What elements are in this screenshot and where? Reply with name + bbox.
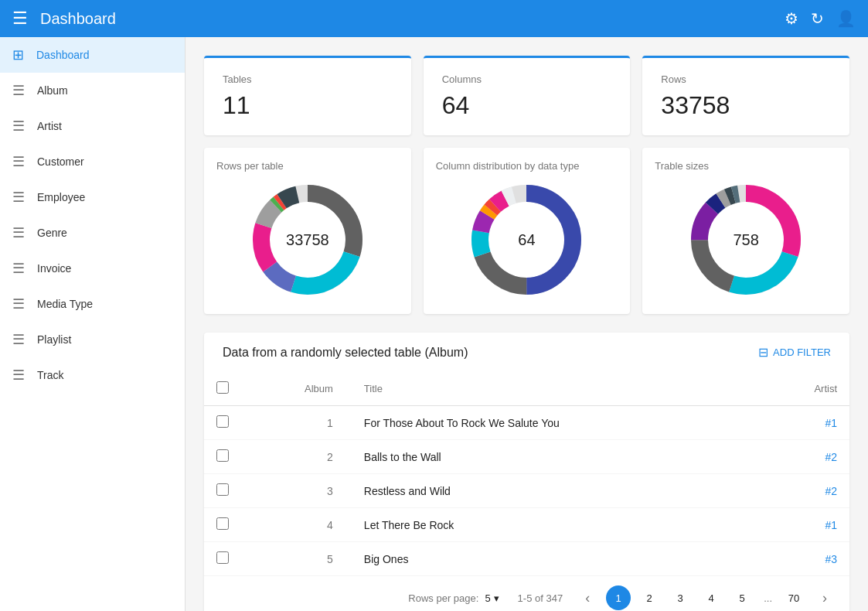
- settings-icon[interactable]: ⚙: [785, 9, 798, 28]
- table-header: Data from a randomly selected table (Alb…: [204, 333, 849, 372]
- sidebar-item-invoice[interactable]: ☰ Invoice: [0, 251, 185, 286]
- row-title-5: Big Ones: [352, 542, 761, 576]
- genre-icon: ☰: [12, 224, 25, 241]
- row-artist-2[interactable]: #2: [761, 440, 849, 474]
- pagination-info: 1-5 of 347: [518, 592, 563, 604]
- sidebar-item-genre[interactable]: ☰ Genre: [0, 215, 185, 251]
- table-section: Data from a randomly selected table (Alb…: [204, 333, 849, 611]
- employee-icon: ☰: [12, 189, 25, 206]
- pagination: Rows per page: 5 ▾ 1-5 of 347 ‹ 1 2 3 4 …: [204, 576, 849, 611]
- charts-row: Rows per table: [204, 148, 849, 314]
- row-checkbox-cell: [204, 474, 241, 508]
- row-checkbox-cell: [204, 406, 241, 440]
- page-button-4[interactable]: 4: [699, 585, 723, 610]
- menu-icon[interactable]: ☰: [12, 9, 28, 29]
- filter-icon: ⊟: [758, 345, 768, 360]
- row-title-3: Restless and Wild: [352, 474, 761, 508]
- add-filter-button[interactable]: ⊟ ADD FILTER: [758, 345, 831, 360]
- sidebar-item-label: Artist: [37, 120, 62, 132]
- page-button-1[interactable]: 1: [606, 585, 631, 610]
- page-button-5[interactable]: 5: [730, 585, 754, 610]
- row-artist-3[interactable]: #2: [761, 474, 849, 508]
- row-artist-4[interactable]: #1: [761, 508, 849, 542]
- chevron-down-icon: ▾: [494, 592, 499, 604]
- stat-value-columns: 64: [442, 91, 612, 120]
- track-icon: ☰: [12, 367, 25, 384]
- donut-label-2: 64: [518, 231, 535, 249]
- row-album-2: 2: [241, 440, 352, 474]
- stat-card-rows: Rows 33758: [642, 56, 849, 135]
- row-album-1: 1: [241, 406, 352, 440]
- sidebar-item-label: Genre: [37, 227, 67, 239]
- rows-per-page-select[interactable]: 5 ▾: [485, 592, 499, 604]
- table-row: 2 Balls to the Wall #2: [204, 440, 849, 474]
- customer-icon: ☰: [12, 153, 25, 170]
- row-checkbox-5[interactable]: [216, 551, 229, 564]
- stats-row: Tables 11 Columns 64 Rows 33758: [204, 56, 849, 135]
- row-checkbox-4[interactable]: [216, 517, 229, 530]
- row-checkbox-2[interactable]: [216, 449, 229, 462]
- sidebar-item-label: Dashboard: [36, 49, 90, 61]
- donut-2: 64: [465, 178, 588, 302]
- invoice-icon: ☰: [12, 260, 25, 277]
- page-button-3[interactable]: 3: [668, 585, 693, 610]
- row-checkbox-cell: [204, 542, 241, 576]
- table-row: 1 For Those About To Rock We Salute You …: [204, 406, 849, 440]
- row-title-2: Balls to the Wall: [352, 440, 761, 474]
- refresh-icon[interactable]: ↻: [811, 9, 824, 28]
- sidebar: ⊞ Dashboard ☰ Album ☰ Artist ☰ Customer …: [0, 37, 186, 611]
- row-checkbox-cell: [204, 508, 241, 542]
- row-artist-5[interactable]: #3: [761, 542, 849, 576]
- row-title-1: For Those About To Rock We Salute You: [352, 406, 761, 440]
- sidebar-item-customer[interactable]: ☰ Customer: [0, 144, 185, 179]
- row-album-3: 3: [241, 474, 352, 508]
- header-artist: Artist: [761, 372, 849, 406]
- table-row: 5 Big Ones #3: [204, 542, 849, 576]
- row-checkbox-3[interactable]: [216, 483, 229, 496]
- sidebar-item-artist[interactable]: ☰ Artist: [0, 108, 185, 144]
- sidebar-item-label: Media Type: [37, 298, 93, 310]
- artist-icon: ☰: [12, 118, 25, 135]
- album-icon: ☰: [12, 82, 25, 99]
- table-title: Data from a randomly selected table (Alb…: [223, 346, 468, 360]
- sidebar-item-dashboard[interactable]: ⊞ Dashboard: [0, 37, 185, 73]
- page-button-2[interactable]: 2: [637, 585, 662, 610]
- stat-label-columns: Columns: [442, 73, 612, 85]
- sidebar-item-employee[interactable]: ☰ Employee: [0, 179, 185, 215]
- row-artist-1[interactable]: #1: [761, 406, 849, 440]
- donut-3: 758: [684, 178, 808, 302]
- topbar-title: Dashboard: [40, 10, 772, 28]
- donut-label-1: 33758: [286, 231, 329, 249]
- topbar: ☰ Dashboard ⚙ ↻ 👤: [0, 0, 868, 37]
- header-title: Title: [352, 372, 761, 406]
- main-content: Tables 11 Columns 64 Rows 33758 Rows per…: [186, 37, 868, 611]
- row-checkbox-1[interactable]: [216, 415, 229, 428]
- sidebar-item-label: Track: [37, 369, 63, 381]
- header-checkbox-cell: [204, 372, 241, 406]
- chart-rows-per-table: Rows per table: [204, 148, 411, 314]
- stat-value-rows: 33758: [661, 91, 831, 120]
- stat-card-tables: Tables 11: [204, 56, 411, 135]
- stat-label-tables: Tables: [223, 73, 393, 85]
- sidebar-item-label: Employee: [37, 191, 85, 203]
- chart-title-1: Rows per table: [216, 160, 284, 172]
- row-album-5: 5: [241, 542, 352, 576]
- sidebar-item-playlist[interactable]: ☰ Playlist: [0, 322, 185, 357]
- row-title-4: Let There Be Rock: [352, 508, 761, 542]
- select-all-checkbox[interactable]: [216, 381, 229, 394]
- chart-table-sizes: Trable sizes: [642, 148, 849, 314]
- sidebar-item-label: Album: [37, 84, 68, 97]
- sidebar-item-track[interactable]: ☰ Track: [0, 357, 185, 393]
- data-table: Album Title Artist 1 For Those About To …: [204, 372, 849, 576]
- prev-page-button[interactable]: ‹: [575, 585, 600, 610]
- sidebar-item-label: Invoice: [37, 262, 71, 275]
- chart-title-2: Column distribution by data type: [436, 160, 580, 172]
- rows-per-page-label: Rows per page: 5 ▾: [408, 592, 499, 604]
- sidebar-item-album[interactable]: ☰ Album: [0, 73, 185, 108]
- page-button-70[interactable]: 70: [781, 585, 806, 610]
- table-row: 4 Let There Be Rock #1: [204, 508, 849, 542]
- account-icon[interactable]: 👤: [836, 9, 856, 28]
- stat-card-columns: Columns 64: [424, 56, 631, 135]
- next-page-button[interactable]: ›: [812, 585, 837, 610]
- sidebar-item-media-type[interactable]: ☰ Media Type: [0, 286, 185, 322]
